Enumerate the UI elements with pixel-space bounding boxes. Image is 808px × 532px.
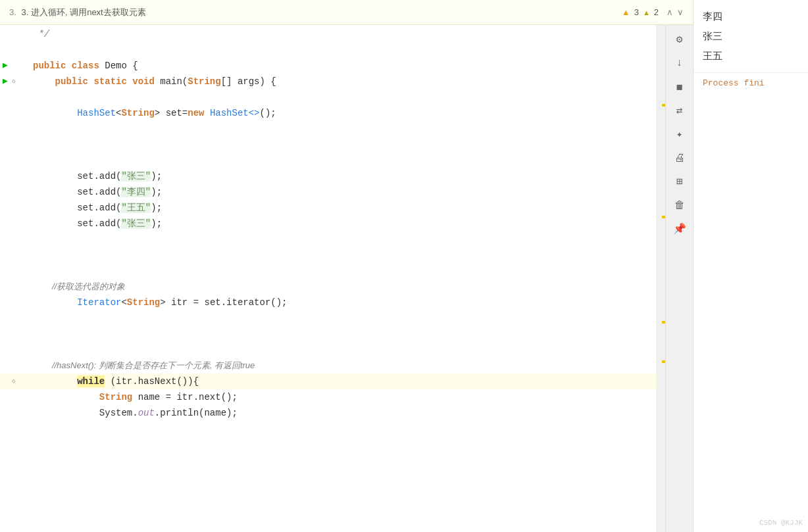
scrollbar-track[interactable] bbox=[656, 25, 665, 532]
output-item: 张三 bbox=[703, 26, 799, 46]
scroll-marker bbox=[662, 321, 665, 324]
scroll-marker bbox=[662, 216, 665, 218]
bookmark-icon: ◇ bbox=[12, 74, 15, 89]
warning-badge: ▲ bbox=[622, 7, 630, 17]
table-row: */ bbox=[0, 26, 656, 42]
scroll-marker bbox=[662, 104, 665, 107]
table-row: //hasNext(): 判断集合是否存在下一个元素, 有返回true bbox=[0, 358, 656, 374]
table-row: Iterator<String> itr = set.iterator(); bbox=[0, 295, 656, 310]
editor-panel: 3. 3. 进入循环, 调用next去获取元素 ▲ 3 ▲ 2 ∧ ∨ */ bbox=[0, 0, 693, 532]
table-row: System.out.println(name); bbox=[0, 405, 656, 421]
top-hint-bar: 3. 3. 进入循环, 调用next去获取元素 ▲ 3 ▲ 2 ∧ ∨ bbox=[0, 0, 693, 25]
table-row: set.add("李四"); bbox=[0, 184, 656, 200]
output-item: 李四 bbox=[703, 7, 799, 26]
watermark: CSDN @KJJK bbox=[759, 519, 803, 527]
table-row: String name = itr.next(); bbox=[0, 389, 656, 405]
nav-down-arrow[interactable]: ∨ bbox=[677, 7, 684, 17]
info-badge: ▲ bbox=[643, 9, 650, 16]
print-icon[interactable]: 🖨 bbox=[670, 149, 689, 167]
table-row: set.add("张三"); bbox=[0, 216, 656, 231]
warning-area: ▲ 3 ▲ 2 ∧ ∨ bbox=[622, 7, 684, 17]
table-row bbox=[0, 89, 656, 105]
output-process: Process fini bbox=[694, 72, 808, 93]
output-panel: 李四 张三 王五 Process fini CSDN @KJJK bbox=[693, 0, 808, 532]
table-row: ◇ while (itr.hasNext()){ bbox=[0, 374, 656, 389]
group-icon[interactable]: ⊞ bbox=[670, 172, 689, 191]
output-content: 李四 张三 王五 bbox=[694, 0, 808, 72]
table-row bbox=[0, 121, 656, 137]
table-row bbox=[0, 263, 656, 279]
sparkle-icon[interactable]: ✦ bbox=[670, 125, 689, 143]
info-count: 2 bbox=[654, 7, 659, 17]
table-row bbox=[0, 137, 656, 153]
table-row bbox=[0, 326, 656, 342]
table-row bbox=[0, 42, 656, 58]
nav-up-arrow[interactable]: ∧ bbox=[667, 7, 673, 17]
table-row bbox=[0, 247, 656, 263]
table-row: //获取选代器的对象 bbox=[0, 279, 656, 295]
code-lines: */ ▶ public class Demo { ▶ ◇ bbox=[0, 25, 656, 532]
run-arrow-icon: ▶ bbox=[3, 74, 8, 89]
output-item: 王五 bbox=[703, 46, 799, 66]
delete-icon[interactable]: 🗑 bbox=[670, 196, 689, 214]
table-row: set.add("张三"); bbox=[0, 168, 656, 184]
editor-body: */ ▶ public class Demo { ▶ ◇ bbox=[0, 25, 693, 532]
table-row: HashSet<String> set=new HashSet<>(); bbox=[0, 105, 656, 121]
warning-count: 3 bbox=[634, 7, 639, 17]
table-row: ▶ ◇ public static void main(String[] arg… bbox=[0, 74, 656, 89]
table-row bbox=[0, 231, 656, 247]
table-row: set.add("王五"); bbox=[0, 200, 656, 216]
settings-icon[interactable]: ⚙ bbox=[670, 30, 689, 49]
pin-icon[interactable]: 📌 bbox=[670, 220, 689, 238]
hint-text: 3. 3. 进入循环, 调用next去获取元素 bbox=[9, 7, 146, 18]
right-toolbar: ⚙ ↓ ◼ ⇄ ✦ 🖨 ⊞ 🗑 📌 bbox=[665, 25, 693, 532]
stop-icon[interactable]: ◼ bbox=[670, 78, 689, 96]
run-arrow-icon: ▶ bbox=[3, 58, 8, 74]
scroll-marker bbox=[662, 360, 665, 363]
bookmark-icon: ◇ bbox=[12, 374, 15, 389]
download-icon[interactable]: ↓ bbox=[670, 54, 689, 72]
sync-icon[interactable]: ⇄ bbox=[670, 101, 689, 120]
table-row bbox=[0, 153, 656, 168]
table-row bbox=[0, 310, 656, 326]
table-row: ▶ public class Demo { bbox=[0, 58, 656, 74]
table-row bbox=[0, 342, 656, 358]
